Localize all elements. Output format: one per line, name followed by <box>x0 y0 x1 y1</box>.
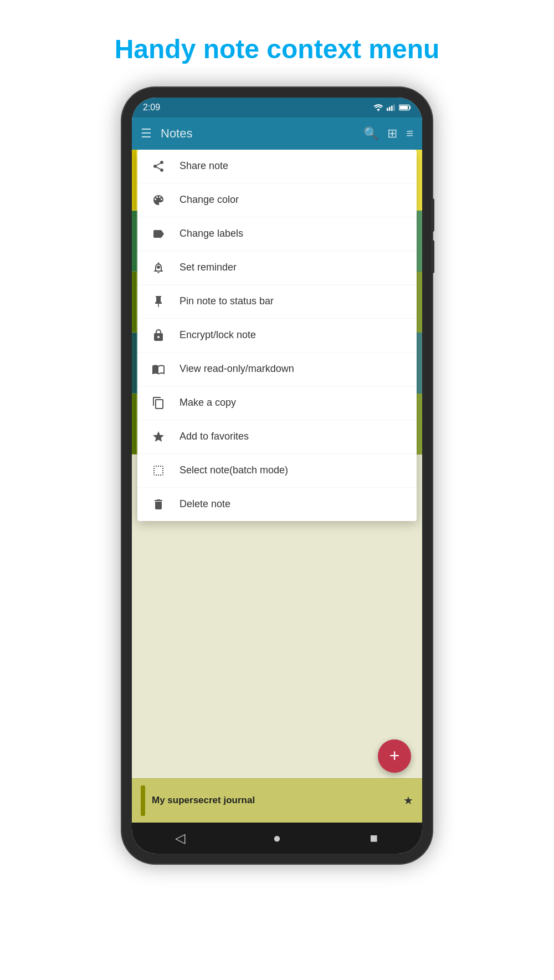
battery-icon <box>399 104 411 111</box>
note-stripe <box>132 211 136 271</box>
trash-icon <box>151 497 166 512</box>
menu-item-change-labels[interactable]: Change labels <box>137 217 417 251</box>
alarm-add-icon <box>151 260 166 275</box>
fab-add-button[interactable]: + <box>378 739 411 773</box>
batch-select-icon <box>151 463 166 478</box>
nav-bar: ◁ ● ■ <box>132 823 422 854</box>
svg-rect-1 <box>389 106 391 110</box>
phone-device: 2:09 <box>122 88 432 864</box>
make-copy-label: Make a copy <box>179 397 236 409</box>
phone-wrapper: 2:09 <box>122 88 432 980</box>
note-stripe <box>132 333 136 393</box>
star-icon <box>151 429 166 445</box>
svg-rect-3 <box>393 104 395 110</box>
view-markdown-label: View read-only/markdown <box>179 363 294 375</box>
search-icon[interactable]: 🔍 <box>363 126 378 141</box>
delete-note-label: Delete note <box>179 498 230 510</box>
phone-screen: 2:09 <box>132 98 422 854</box>
set-reminder-label: Set reminder <box>179 262 237 273</box>
lock-icon <box>151 328 166 343</box>
volume-down-button <box>431 240 434 273</box>
note-stripe <box>132 394 136 454</box>
sort-icon[interactable]: ≡ <box>406 126 413 141</box>
menu-item-select-batch[interactable]: Select note(batch mode) <box>137 454 417 488</box>
add-favorites-label: Add to favorites <box>179 431 249 442</box>
menu-item-add-favorites[interactable]: Add to favorites <box>137 420 417 454</box>
menu-item-pin-note[interactable]: Pin note to status bar <box>137 285 417 319</box>
note-stripe <box>132 272 136 332</box>
pin-icon <box>151 294 166 309</box>
svg-rect-2 <box>391 105 393 110</box>
bottom-note-star-icon: ★ <box>403 794 413 807</box>
status-bar: 2:09 <box>132 98 422 118</box>
note-stripe <box>132 150 136 210</box>
bottom-note-title: My supersecret journal <box>152 795 255 806</box>
page-title: Handy note context menu <box>93 0 462 88</box>
nav-recent-button[interactable]: ■ <box>360 824 388 852</box>
copy-icon <box>151 395 166 411</box>
share-icon <box>151 159 166 174</box>
bottom-note-stripe <box>141 785 145 816</box>
menu-item-delete-note[interactable]: Delete note <box>137 488 417 521</box>
menu-item-make-copy[interactable]: Make a copy <box>137 386 417 420</box>
signal-icon <box>387 104 396 111</box>
svg-point-7 <box>157 266 160 268</box>
change-color-label: Change color <box>179 194 239 206</box>
book-icon <box>151 361 166 377</box>
app-bar: ☰ Notes 🔍 ⊞ ≡ <box>132 118 422 150</box>
menu-item-share-note[interactable]: Share note <box>137 150 417 183</box>
bottom-note: My supersecret journal ★ <box>132 778 422 823</box>
context-menu: Share note Change color Change labels <box>137 150 417 521</box>
menu-item-change-color[interactable]: Change color <box>137 183 417 217</box>
svg-rect-0 <box>387 108 388 110</box>
label-icon <box>151 226 166 242</box>
notes-area: ★ <box>132 150 422 823</box>
hamburger-menu-icon[interactable]: ☰ <box>141 126 152 141</box>
menu-item-view-markdown[interactable]: View read-only/markdown <box>137 353 417 386</box>
volume-up-button <box>431 198 434 232</box>
svg-rect-6 <box>399 106 408 109</box>
encrypt-note-label: Encrypt/lock note <box>179 329 256 341</box>
svg-rect-5 <box>409 106 411 108</box>
wifi-icon <box>373 104 383 111</box>
nav-home-button[interactable]: ● <box>263 824 291 852</box>
status-icons <box>373 104 411 111</box>
status-time: 2:09 <box>143 103 160 113</box>
menu-item-set-reminder[interactable]: Set reminder <box>137 251 417 285</box>
share-note-label: Share note <box>179 160 228 172</box>
select-batch-label: Select note(batch mode) <box>179 465 288 476</box>
app-title: Notes <box>161 126 355 141</box>
menu-item-encrypt-note[interactable]: Encrypt/lock note <box>137 319 417 353</box>
nav-back-button[interactable]: ◁ <box>166 824 194 852</box>
pin-note-label: Pin note to status bar <box>179 295 274 307</box>
grid-view-icon[interactable]: ⊞ <box>387 126 397 141</box>
change-labels-label: Change labels <box>179 228 243 239</box>
palette-icon <box>151 192 166 208</box>
